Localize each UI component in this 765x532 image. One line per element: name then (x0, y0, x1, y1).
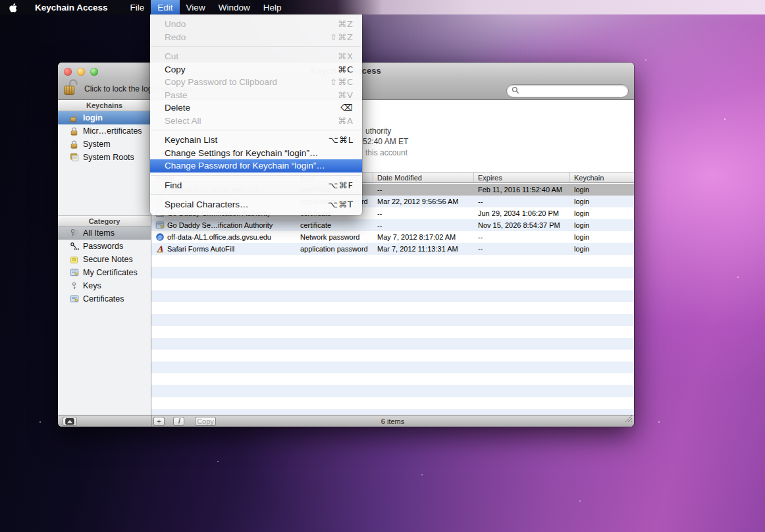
sidebar-gap (58, 164, 151, 212)
column-header-expires[interactable]: Expires (474, 173, 570, 182)
sidebar-item-micr-ertificates[interactable]: Micr…ertificates (58, 124, 151, 138)
menu-item-label: Find (165, 180, 329, 190)
toggle-keychains-button[interactable] (63, 417, 77, 426)
menu-item-shortcut: ⌥⌘L (329, 135, 354, 145)
menubar-item-help[interactable]: Help (257, 0, 288, 14)
sidebar-item-label: Passwords (83, 242, 123, 251)
sidebar-item-label: Micr…ertificates (83, 126, 142, 136)
menu-item-copy[interactable]: Copy⌘C (150, 63, 362, 76)
menu-item-label: Change Settings for Keychain “login”… (165, 148, 354, 158)
empty-row (151, 409, 634, 415)
search-input[interactable] (506, 84, 629, 97)
sidebar-item-secure-notes[interactable]: Secure Notes (58, 253, 151, 266)
sidebar-item-system[interactable]: System (58, 138, 151, 151)
sidebar-item-label: All Items (83, 228, 115, 238)
certificate-icon (155, 221, 165, 230)
menu-item-shortcut: ⌘C (338, 65, 354, 74)
menu-item-label: Copy (165, 65, 338, 74)
edit-menu-dropdown: Undo⌘ZRedo⇧⌘ZCut⌘XCopy⌘CCopy Password to… (150, 14, 362, 215)
menubar-item-view[interactable]: View (180, 0, 212, 14)
menubar-item-window[interactable]: Window (212, 0, 257, 14)
sidebar-item-login[interactable]: login (58, 111, 151, 124)
column-header-keychain[interactable]: Keychain (570, 173, 634, 182)
sidebar-item-label: Secure Notes (83, 255, 133, 264)
cell-keychain: login (574, 221, 589, 229)
menu-item-label: Select All (165, 116, 338, 126)
category-section-header: Category (58, 215, 151, 226)
resize-grip-icon[interactable] (624, 413, 633, 425)
table-row[interactable]: Go Daddy Se…ification Authoritycertifica… (151, 219, 634, 231)
sidebar-item-keys[interactable]: Keys (58, 279, 151, 292)
empty-row (151, 314, 634, 326)
menu-separator (151, 194, 361, 196)
note-icon (70, 255, 78, 264)
sidebar-item-all-items[interactable]: All Items (58, 226, 151, 240)
menu-item-change-password-for-keychain-login[interactable]: Change Password for Keychain “login”… (150, 159, 362, 173)
empty-row (151, 361, 634, 373)
menu-item-shortcut: ⇧⌘C (330, 77, 354, 87)
menu-item-label: Change Password for Keychain “login”… (165, 161, 354, 171)
sidebar-item-passwords[interactable]: Passwords (58, 240, 151, 253)
cell-modified: -- (377, 221, 382, 229)
column-header-date-modified[interactable]: Date Modified (373, 173, 474, 182)
empty-row (151, 302, 634, 314)
menu-item-find[interactable]: Find⌥⌘F (150, 179, 362, 192)
menu-item-redo: Redo⇧⌘Z (150, 31, 362, 44)
apple-logo-icon (9, 3, 18, 13)
empty-row (151, 373, 634, 385)
menu-item-label: Cut (165, 51, 338, 61)
menu-item-change-settings-for-keychain-login[interactable]: Change Settings for Keychain “login”… (150, 147, 362, 160)
sidebar-item-system-roots[interactable]: System Roots (58, 151, 151, 164)
cell-keychain: login (574, 209, 589, 217)
apple-menu[interactable] (0, 0, 26, 14)
keychains-section-header: Keychains (58, 100, 151, 111)
key-icon (70, 282, 78, 290)
cell-keychain: login (574, 245, 589, 253)
category-list: All ItemsPasswordsSecure NotesMy Certifi… (58, 226, 151, 306)
menu-item-keychain-list[interactable]: Keychain List⌥⌘L (150, 134, 362, 147)
cell-kind: application password (300, 245, 368, 253)
menubar-item-keychain-access[interactable]: Keychain Access (26, 0, 124, 14)
cell-name: Go Daddy Se…ification Authority (167, 221, 273, 229)
empty-row (151, 326, 634, 338)
menu-item-undo: Undo⌘Z (150, 18, 362, 31)
sidebar-item-certificates[interactable]: Certificates (58, 292, 151, 306)
menu-item-label: Redo (165, 32, 330, 42)
table-row[interactable]: ASafari Forms AutoFillapplication passwo… (151, 243, 634, 255)
menubar-item-file[interactable]: File (124, 0, 151, 14)
empty-row (151, 397, 634, 409)
menu-separator (151, 175, 361, 176)
cell-name: Safari Forms AutoFill (167, 245, 234, 253)
svg-text:@: @ (157, 234, 163, 240)
table-row[interactable]: @off-data-AL1.office.ads.gvsu.eduNetwork… (151, 231, 634, 243)
menu-item-label: Keychain List (165, 135, 329, 145)
empty-row (151, 385, 634, 397)
magnifier-icon (512, 86, 519, 94)
panel-toggle-icon (65, 418, 74, 425)
network-at-icon: @ (155, 232, 165, 242)
empty-row (151, 279, 634, 290)
menu-item-label: Copy Password to Clipboard (165, 77, 330, 87)
detail-fragment-trust: this account (365, 148, 408, 157)
menu-item-label: Special Characters… (165, 200, 328, 209)
cell-modified: May 7, 2012 8:17:02 AM (377, 233, 456, 241)
sidebar-item-my-certificates[interactable]: My Certificates (58, 266, 151, 279)
status-bar: + i Copy 6 items (58, 415, 634, 427)
menu-item-shortcut: ⌘A (338, 116, 354, 126)
keychains-list: loginMicr…ertificatesSystemSystem Roots (58, 111, 151, 164)
menu-item-shortcut: ⌘V (338, 90, 354, 100)
menu-bar: Keychain AccessFileEditViewWindowHelp (0, 0, 765, 14)
sidebar: Keychains loginMicr…ertificatesSystemSys… (58, 100, 151, 415)
cell-name: off-data-AL1.office.ads.gvsu.edu (167, 233, 271, 241)
empty-row (151, 290, 634, 302)
empty-row (151, 255, 634, 267)
menu-item-special-characters[interactable]: Special Characters…⌥⌘T (150, 198, 362, 211)
sidebar-item-label: Keys (83, 281, 101, 290)
item-table: cisco-acs-1a.server.gvsu.ed…certificate-… (151, 184, 634, 415)
menubar-item-edit[interactable]: Edit (151, 0, 179, 14)
empty-row (151, 350, 634, 361)
menu-item-delete[interactable]: Delete⌫ (150, 101, 362, 115)
cell-expires: Feb 11, 2016 11:52:40 AM (478, 186, 562, 194)
certificate-icon (70, 294, 79, 304)
cell-keychain: login (574, 198, 589, 205)
